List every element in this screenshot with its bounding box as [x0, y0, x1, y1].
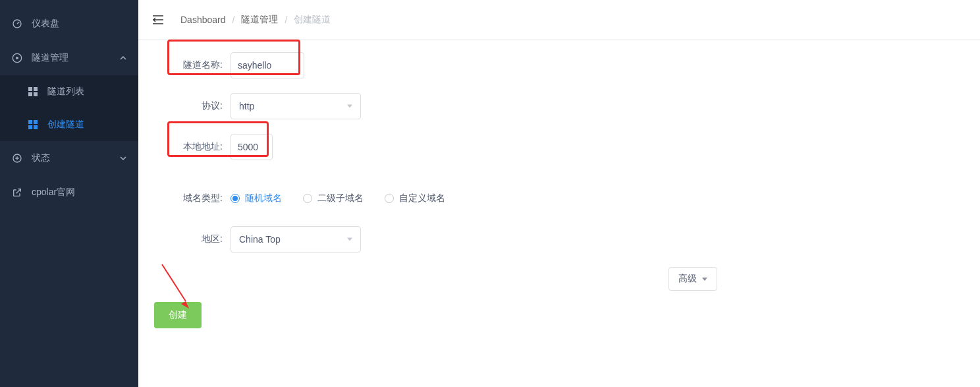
svg-rect-6: [28, 120, 32, 124]
local-addr-label: 本地地址:: [151, 141, 231, 153]
radio-custom-domain[interactable]: 自定义域名: [385, 193, 445, 204]
tunnel-name-input[interactable]: [231, 52, 304, 78]
sidebar-subitem-label: 创建隧道: [47, 119, 84, 131]
radio-dot-icon: [303, 194, 312, 203]
region-value: China Top: [239, 234, 281, 245]
breadcrumb-item[interactable]: Dashboard: [180, 15, 226, 25]
sidebar-subitem-create-tunnel[interactable]: 创建隧道: [0, 108, 138, 141]
radio-dot-icon: [385, 194, 394, 203]
region-select[interactable]: China Top: [231, 226, 361, 253]
radio-label: 二级子域名: [317, 193, 364, 204]
svg-rect-2: [28, 87, 32, 91]
sidebar-item-label: 仪表盘: [32, 18, 59, 30]
chevron-down-icon: [347, 105, 352, 108]
domain-type-label: 域名类型:: [151, 193, 231, 204]
svg-rect-5: [34, 92, 38, 96]
sidebar-subitem-label: 隧道列表: [47, 86, 84, 98]
sidebar-item-label: cpolar官网: [32, 187, 75, 198]
row-domain-type: 域名类型: 随机域名 二级子域名 自定义域名: [151, 185, 967, 212]
chevron-down-icon: [347, 238, 352, 241]
svg-rect-9: [34, 125, 38, 129]
protocol-select[interactable]: http: [231, 93, 361, 119]
region-label: 地区:: [151, 233, 231, 245]
tunnel-icon: [12, 53, 22, 63]
create-button[interactable]: 创建: [154, 302, 202, 328]
row-region: 地区: China Top: [151, 225, 967, 253]
advanced-label: 高级: [678, 273, 697, 285]
chevron-down-icon: [120, 153, 126, 164]
svg-rect-3: [34, 87, 38, 91]
external-link-icon: [12, 187, 22, 198]
protocol-label: 协议:: [151, 100, 231, 112]
caret-down-icon: [702, 278, 707, 281]
grid-icon: [28, 119, 38, 130]
row-protocol: 协议: http: [151, 92, 967, 120]
topbar: Dashboard / 隧道管理 / 创建隧道: [138, 0, 980, 40]
sidebar-item-status[interactable]: 状态: [0, 141, 138, 175]
row-tunnel-name: 隧道名称:: [151, 51, 967, 79]
svg-rect-7: [34, 120, 38, 124]
radio-label: 随机域名: [245, 193, 282, 204]
sidebar-subitem-tunnel-list[interactable]: 隧道列表: [0, 75, 138, 108]
chevron-up-icon: [120, 53, 126, 63]
menu-toggle-icon[interactable]: [151, 13, 165, 26]
tunnel-name-label: 隧道名称:: [151, 59, 231, 71]
radio-dot-icon: [231, 194, 240, 203]
row-local-addr: 本地地址:: [151, 133, 967, 161]
sidebar-item-label: 隧道管理: [32, 52, 68, 64]
grid-icon: [28, 86, 38, 97]
breadcrumb-sep: /: [285, 15, 287, 25]
radio-subdomain[interactable]: 二级子域名: [303, 193, 364, 204]
sidebar-item-tunnel-manage[interactable]: 隧道管理: [0, 41, 138, 75]
form-area: 隧道名称: 协议: http 本地地址:: [138, 40, 980, 266]
svg-rect-8: [28, 125, 32, 129]
sidebar-item-dashboard[interactable]: 仪表盘: [0, 7, 138, 41]
breadcrumb-item[interactable]: 隧道管理: [241, 14, 278, 26]
local-addr-input[interactable]: [231, 134, 273, 160]
advanced-button[interactable]: 高级: [668, 267, 717, 291]
sidebar-item-label: 状态: [32, 152, 50, 164]
svg-line-11: [162, 264, 186, 301]
svg-rect-4: [28, 92, 32, 96]
breadcrumb: Dashboard / 隧道管理 / 创建隧道: [180, 14, 331, 26]
dashboard-icon: [12, 18, 22, 29]
sidebar-item-cpolar-site[interactable]: cpolar官网: [0, 175, 138, 210]
radio-random-domain[interactable]: 随机域名: [231, 193, 282, 204]
protocol-value: http: [239, 101, 254, 111]
radio-label: 自定义域名: [399, 193, 445, 204]
main-panel: Dashboard / 隧道管理 / 创建隧道 隧道名称: 协议: ht: [138, 0, 980, 387]
svg-point-1: [16, 57, 18, 59]
breadcrumb-sep: /: [232, 15, 235, 25]
breadcrumb-item-current: 创建隧道: [294, 14, 331, 26]
status-icon: [12, 153, 22, 164]
sidebar: 仪表盘 隧道管理 隧道列表 创建隧道: [0, 0, 138, 387]
create-label: 创建: [169, 309, 187, 321]
